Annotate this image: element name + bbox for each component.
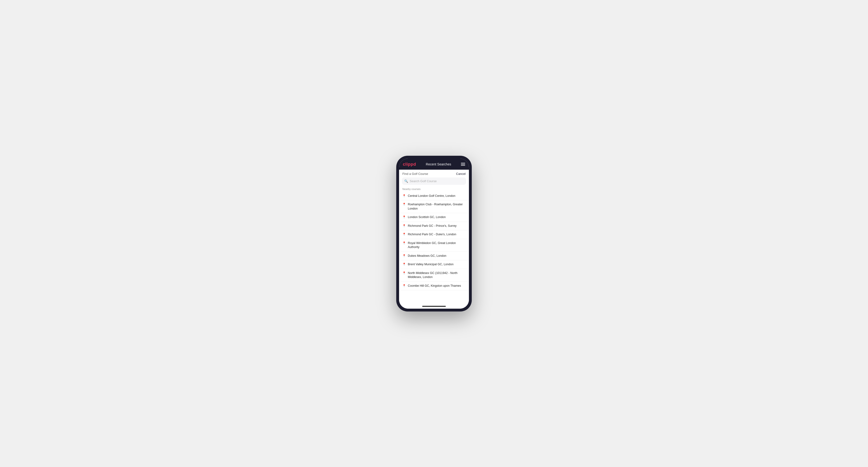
find-row: Find a Golf Course Cancel [399, 170, 469, 178]
pin-icon: 📍 [402, 224, 406, 227]
course-list-item[interactable]: 📍Coombe Hill GC, Kingston upon Thames [399, 282, 469, 290]
course-list-item[interactable]: 📍Central London Golf Centre, London [399, 192, 469, 200]
course-name: North Middlesex GC (1011942 - North Midd… [408, 271, 466, 279]
course-name: Roehampton Club - Roehampton, Greater Lo… [408, 203, 466, 211]
pin-icon: 📍 [402, 233, 406, 236]
find-label: Find a Golf Course [402, 172, 428, 176]
app-header: clippd Recent Searches [399, 159, 469, 170]
pin-icon: 📍 [402, 203, 406, 206]
course-name: Dukes Meadows GC, London [408, 254, 446, 258]
search-input[interactable] [410, 179, 464, 183]
course-list-item[interactable]: 📍Brent Valley Municipal GC, London [399, 260, 469, 269]
course-list-item[interactable]: 📍Roehampton Club - Roehampton, Greater L… [399, 200, 469, 213]
pin-icon: 📍 [402, 284, 406, 287]
header-title: Recent Searches [426, 162, 451, 166]
phone-shell: clippd Recent Searches Find a Golf Cours… [396, 156, 472, 311]
home-bar [422, 306, 446, 307]
menu-icon[interactable] [461, 163, 465, 166]
course-name: Richmond Park GC - Duke's, London [408, 232, 456, 237]
pin-icon: 📍 [402, 254, 406, 257]
course-list-item[interactable]: 📍Richmond Park GC - Prince's, Surrey [399, 222, 469, 230]
pin-icon: 📍 [402, 194, 406, 197]
course-list-item[interactable]: 📍Dukes Meadows GC, London [399, 252, 469, 260]
course-name: London Scottish GC, London [408, 215, 446, 219]
course-list-item[interactable]: 📍North Middlesex GC (1011942 - North Mid… [399, 269, 469, 282]
course-name: Royal Wimbledon GC, Great London Authori… [408, 241, 466, 249]
course-list-item[interactable]: 📍Royal Wimbledon GC, Great London Author… [399, 239, 469, 252]
course-name: Richmond Park GC - Prince's, Surrey [408, 224, 457, 228]
course-list-item[interactable]: 📍Richmond Park GC - Duke's, London [399, 230, 469, 239]
search-box: 🔍 [402, 178, 466, 185]
cancel-button[interactable]: Cancel [456, 172, 466, 176]
nearby-section-label: Nearby courses [399, 187, 469, 192]
content-area: Find a Golf Course Cancel 🔍 Nearby cours… [399, 170, 469, 304]
pin-icon: 📍 [402, 241, 406, 245]
course-name: Coombe Hill GC, Kingston upon Thames [408, 284, 461, 288]
pin-icon: 📍 [402, 271, 406, 275]
pin-icon: 📍 [402, 262, 406, 266]
course-list-item[interactable]: 📍London Scottish GC, London [399, 213, 469, 222]
app-logo: clippd [403, 162, 416, 167]
search-icon: 🔍 [404, 179, 408, 183]
course-list: 📍Central London Golf Centre, London📍Roeh… [399, 192, 469, 304]
phone-screen: clippd Recent Searches Find a Golf Cours… [399, 159, 469, 309]
course-name: Central London Golf Centre, London [408, 194, 456, 198]
pin-icon: 📍 [402, 215, 406, 219]
home-indicator [399, 304, 469, 309]
course-name: Brent Valley Municipal GC, London [408, 262, 454, 267]
